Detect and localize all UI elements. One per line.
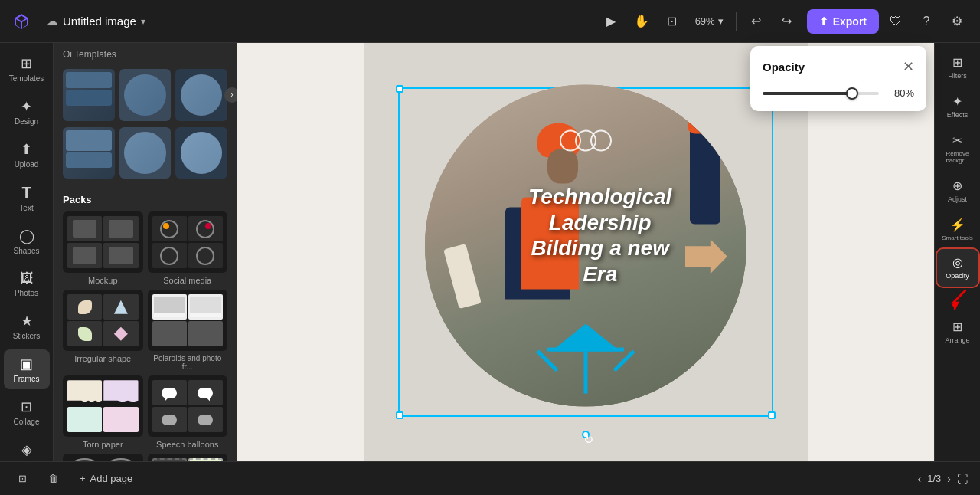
pack-stamps: Stamps and labels	[148, 454, 228, 461]
smart-tools-label: Smart tools	[942, 234, 972, 242]
title-caret-icon: ▾	[141, 16, 145, 27]
redo-button[interactable]: ↪	[773, 8, 801, 35]
pack-polaroids-thumb[interactable]	[148, 290, 228, 351]
right-item-effects[interactable]: ✦ Effects	[937, 88, 978, 126]
oi-templates-next[interactable]: ›	[224, 87, 237, 103]
right-item-opacity[interactable]: ◎ Opacity	[937, 249, 978, 287]
photos-icon: 🖼	[20, 270, 34, 287]
page-prev-button[interactable]: ‹	[918, 473, 922, 485]
pack-social-label: Social media	[148, 276, 228, 285]
layout-tool[interactable]: ⊡	[658, 8, 686, 35]
sidebar-item-stickers[interactable]: ★ Stickers	[4, 307, 50, 346]
oi-template-2[interactable]	[119, 69, 172, 121]
text-line4: Era	[528, 261, 671, 287]
oi-template-3[interactable]	[175, 69, 227, 121]
svg-marker-0	[952, 301, 959, 309]
smart-tools-icon: ⚡	[950, 218, 965, 232]
pack-stamps-thumb[interactable]	[148, 454, 228, 461]
sidebar-item-photos[interactable]: 🖼 Photos	[4, 264, 50, 303]
document-title: Untitled image	[63, 15, 136, 28]
hand-tool[interactable]: ✋	[628, 8, 655, 35]
packs-grid: Mockup	[54, 211, 237, 461]
topbar-right-icons: ⬆ Export 🛡 ? ⚙	[807, 8, 971, 35]
page-next-button[interactable]: ›	[947, 473, 951, 485]
settings-button[interactable]: ⚙	[943, 8, 971, 35]
pack-social-thumb[interactable]	[148, 211, 228, 273]
logo-button[interactable]	[9, 9, 34, 34]
page-current: 1	[927, 473, 933, 484]
page-indicator: 1/3	[927, 473, 941, 484]
red-arrow-annotation	[935, 288, 980, 312]
pack-torn-thumb[interactable]	[63, 375, 143, 437]
duplicate-button[interactable]: ⊡	[12, 470, 33, 487]
pointer-tool[interactable]: ▶	[597, 8, 625, 35]
title-area[interactable]: ☁ Untitled image ▾	[40, 11, 152, 31]
sidebar-label-frames: Frames	[14, 375, 40, 383]
sidebar-item-collage[interactable]: ⊡ Collage	[4, 392, 50, 432]
sidebar-item-brand[interactable]: ◈ Brand kit	[4, 435, 50, 461]
sidebar-label-templates: Templates	[9, 74, 44, 83]
handle-top-left[interactable]	[396, 85, 403, 93]
right-item-remove-bg[interactable]: ✂ Remove backgr...	[937, 127, 978, 171]
sidebar-label-photos: Photos	[15, 289, 38, 297]
effects-icon: ✦	[952, 94, 962, 109]
undo-button[interactable]: ↩	[743, 8, 770, 35]
handle-bottom-left[interactable]	[396, 411, 403, 419]
sidebar-item-upload[interactable]: ⬆ Upload	[4, 135, 50, 175]
left-sidebar: ⊞ Templates ✦ Design ⬆ Upload T Text ◯ S…	[0, 43, 54, 461]
design-circle[interactable]: Technological Ladership Bilding a new Er…	[425, 85, 746, 407]
oi-template-6[interactable]	[175, 127, 227, 179]
frames-panel: Oi Templates ›	[54, 43, 237, 461]
pack-irregular-thumb[interactable]	[63, 290, 143, 351]
right-sidebar: ⊞ Filters ✦ Effects ✂ Remove backgr... ⊕…	[934, 43, 980, 461]
handle-bottom-right[interactable]	[768, 411, 776, 419]
sidebar-item-text[interactable]: T Text	[4, 178, 50, 218]
add-page-button[interactable]: + Add page	[74, 470, 139, 487]
zoom-control[interactable]: 69% ▾	[689, 12, 730, 30]
handle-rotate[interactable]: ↻	[582, 431, 590, 438]
fullscreen-button[interactable]: ⛶	[957, 473, 968, 485]
help-button[interactable]: ?	[913, 8, 940, 35]
pack-speech: Speech balloons	[148, 375, 228, 449]
pack-mockup-thumb[interactable]	[63, 211, 143, 273]
oi-templates-grid: ›	[54, 63, 237, 127]
toolbar-tools: ▶ ✋ ⊡ 69% ▾ ↩ ↪	[597, 8, 801, 35]
pack-irregular: Irregular shape	[63, 290, 143, 371]
upload-icon: ⬆	[21, 141, 32, 158]
opacity-slider[interactable]	[763, 92, 879, 95]
collage-icon: ⊡	[21, 398, 32, 415]
sidebar-item-templates[interactable]: ⊞ Templates	[4, 49, 50, 89]
export-button[interactable]: ⬆ Export	[807, 9, 879, 34]
sidebar-item-frames[interactable]: ▣ Frames	[4, 349, 50, 389]
pack-speech-thumb[interactable]	[148, 375, 228, 437]
brand-icon: ◈	[21, 441, 32, 458]
text-line1: Technological	[528, 184, 671, 210]
oi-template-1[interactable]	[63, 69, 115, 121]
oi-template-4[interactable]	[63, 127, 115, 179]
sidebar-item-shapes[interactable]: ◯ Shapes	[4, 221, 50, 261]
delete-button[interactable]: 🗑	[42, 470, 64, 487]
right-item-arrange[interactable]: ⊞ Arrange	[937, 313, 978, 351]
topbar: ☁ Untitled image ▾ ▶ ✋ ⊡ 69% ▾ ↩ ↪ ⬆ Exp…	[0, 0, 980, 43]
opacity-slider-row: 80%	[763, 87, 914, 99]
sidebar-item-design[interactable]: ✦ Design	[4, 92, 50, 132]
shield-icon-btn[interactable]: 🛡	[882, 8, 910, 35]
right-item-smart-tools[interactable]: ⚡ Smart tools	[937, 211, 978, 248]
opacity-icon: ◎	[952, 255, 963, 270]
templates-icon: ⊞	[21, 55, 32, 72]
zoom-caret-icon: ▾	[718, 15, 724, 27]
canvas-background: ↻	[364, 43, 808, 461]
adjust-label: Adjust	[948, 195, 967, 204]
opacity-close-button[interactable]: ✕	[903, 58, 914, 75]
frames-icon: ▣	[20, 356, 33, 372]
right-item-filters[interactable]: ⊞ Filters	[937, 49, 978, 87]
save-icon: ☁	[46, 14, 58, 28]
oi-template-5[interactable]	[119, 127, 172, 179]
sidebar-label-upload: Upload	[15, 160, 39, 169]
right-item-adjust[interactable]: ⊕ Adjust	[937, 172, 978, 210]
pack-lined-thumb[interactable]	[63, 454, 143, 461]
add-page-icon: +	[80, 473, 86, 484]
text-line2: Ladership	[528, 210, 671, 236]
export-icon: ⬆	[819, 15, 828, 28]
pack-torn-label: Torn paper	[63, 440, 143, 449]
